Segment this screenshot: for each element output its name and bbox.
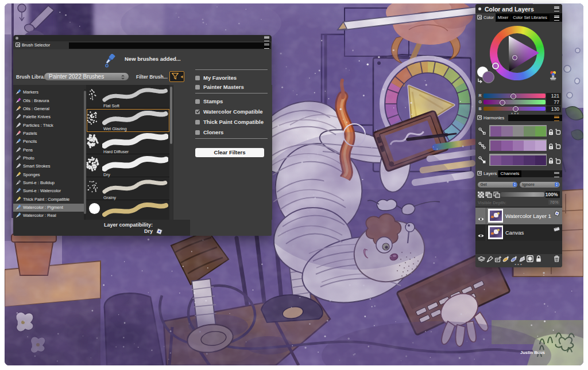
svg-text:Justin Buus: Justin Buus [520, 350, 545, 355]
